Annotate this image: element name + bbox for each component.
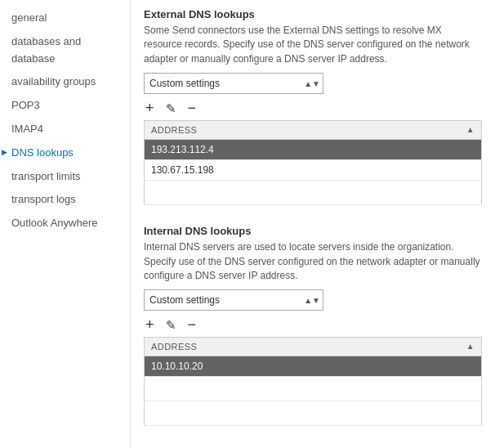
table-row-empty xyxy=(145,377,482,401)
internal-dns-section: Internal DNS lookups Internal DNS server… xyxy=(144,225,482,426)
table-row[interactable]: 193.213.112.4 xyxy=(145,140,482,160)
external-dns-section: External DNS lookups Some Send connector… xyxy=(144,8,482,205)
sidebar: general databases and database availabil… xyxy=(0,0,131,448)
external-dns-description: Some Send connectors use the External DN… xyxy=(144,24,482,66)
internal-dns-edit-button[interactable]: ✎ xyxy=(164,319,178,331)
external-dns-row-1: 193.213.112.4 xyxy=(145,140,482,160)
external-dns-title: External DNS lookups xyxy=(144,8,482,20)
sidebar-item-outlook-anywhere[interactable]: Outlook Anywhere xyxy=(0,212,130,235)
internal-dns-add-button[interactable]: + xyxy=(144,317,156,332)
sidebar-item-availability[interactable]: availability groups xyxy=(0,70,130,94)
sidebar-item-dns[interactable]: DNS lookups xyxy=(0,141,130,165)
external-dns-add-button[interactable]: + xyxy=(144,101,156,115)
sidebar-item-transport-limits[interactable]: transport limits xyxy=(0,165,130,189)
internal-dns-remove-button[interactable]: − xyxy=(186,317,198,332)
external-dns-dropdown-wrapper[interactable]: Custom settings Use default server setti… xyxy=(144,73,323,94)
table-row-empty xyxy=(145,181,482,205)
external-dns-edit-button[interactable]: ✎ xyxy=(164,102,178,114)
internal-dns-description: Internal DNS servers are used to locate … xyxy=(144,240,482,283)
table-row-empty-2 xyxy=(145,401,482,426)
table-row[interactable]: 130.67.15.198 xyxy=(145,160,482,181)
external-dns-remove-button[interactable]: − xyxy=(186,101,198,115)
internal-dns-dropdown-wrapper[interactable]: Custom settings Use default server setti… xyxy=(144,289,323,311)
internal-dns-title: Internal DNS lookups xyxy=(144,225,482,237)
sidebar-item-imap4[interactable]: IMAP4 xyxy=(0,118,130,141)
external-dns-table: ADDRESS ▲ 193.213.112.4 130.67.15.198 xyxy=(144,120,482,205)
internal-dns-table: ADDRESS ▲ 10.10.10.20 xyxy=(144,337,482,426)
external-dns-toolbar: + ✎ − xyxy=(144,101,482,115)
external-dns-column-header[interactable]: ADDRESS ▲ xyxy=(145,121,482,140)
internal-dns-row-1: 10.10.10.20 xyxy=(145,356,482,377)
internal-dns-column-header[interactable]: ADDRESS ▲ xyxy=(145,338,482,356)
sidebar-item-general[interactable]: general xyxy=(0,7,130,30)
internal-dns-toolbar: + ✎ − xyxy=(144,317,482,332)
internal-dns-dropdown[interactable]: Custom settings Use default server setti… xyxy=(144,289,323,311)
external-dns-row-2: 130.67.15.198 xyxy=(145,160,482,181)
external-dns-dropdown[interactable]: Custom settings Use default server setti… xyxy=(144,73,323,94)
internal-dns-sort-arrow: ▲ xyxy=(466,342,475,351)
main-content: External DNS lookups Some Send connector… xyxy=(131,0,495,448)
sidebar-item-databases[interactable]: databases and database xyxy=(0,30,130,71)
table-row[interactable]: 10.10.10.20 xyxy=(145,356,482,377)
sidebar-item-pop3[interactable]: POP3 xyxy=(0,94,130,118)
external-dns-sort-arrow: ▲ xyxy=(466,125,475,134)
sidebar-item-transport-logs[interactable]: transport logs xyxy=(0,188,130,212)
